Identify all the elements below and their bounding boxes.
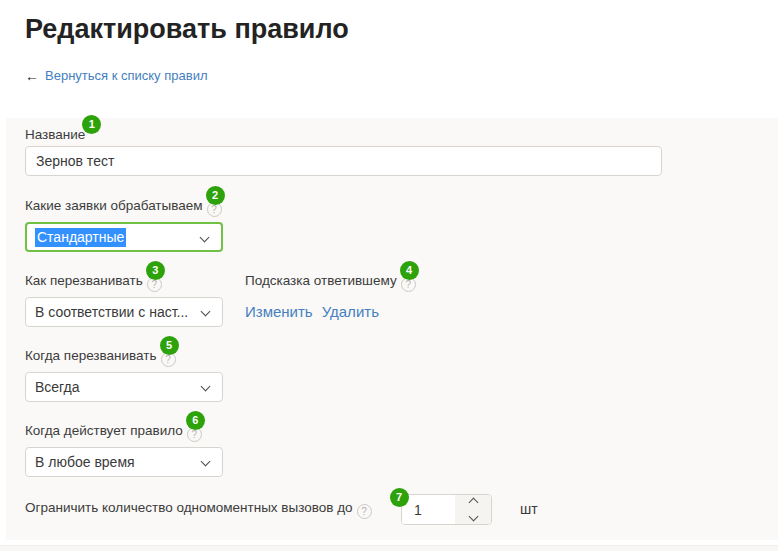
name-label-row: Название1	[25, 126, 101, 143]
spinner-up-button[interactable]	[468, 494, 479, 508]
chevron-down-icon	[468, 512, 478, 522]
chevron-down-icon	[201, 307, 211, 317]
limit-number-input	[401, 494, 492, 525]
back-arrow-icon: ←	[25, 69, 39, 83]
step-badge-2: 2	[206, 186, 225, 205]
back-to-rules-link[interactable]: ← Вернуться к списку правил	[25, 68, 208, 83]
step-badge-4: 4	[400, 261, 419, 280]
requests-select[interactable]: Стандартные	[25, 222, 223, 252]
requests-select-value: Стандартные	[35, 228, 126, 247]
requests-label: Какие заявки обрабатываем	[25, 198, 203, 213]
name-input[interactable]	[25, 146, 662, 176]
when-call-select[interactable]: Всегда	[25, 372, 223, 402]
back-link-label: Вернуться к списку правил	[45, 68, 208, 83]
requests-label-row: Какие заявки обрабатываем?2	[25, 197, 225, 214]
how-call-select-value: В соответствии с наст...	[35, 304, 188, 320]
name-label: Название	[25, 127, 85, 142]
chevron-down-icon	[201, 382, 211, 392]
when-rule-label-row: Когда действует правило?6	[25, 422, 205, 439]
chevron-down-icon	[201, 457, 211, 467]
hint-edit-link[interactable]: Изменить	[245, 303, 313, 320]
when-rule-label: Когда действует правило	[25, 423, 183, 438]
when-call-label: Когда перезванивать	[25, 348, 157, 363]
spinner-down-button[interactable]	[468, 511, 479, 525]
when-rule-select-value: В любое время	[35, 454, 135, 470]
limit-unit-label: шт	[520, 501, 538, 517]
hint-links-row: Изменить Удалить	[245, 303, 379, 320]
step-badge-5: 5	[160, 336, 179, 355]
next-section-strip	[0, 545, 778, 551]
hint-delete-link[interactable]: Удалить	[322, 303, 379, 320]
chevron-up-icon	[468, 498, 478, 508]
step-badge-1: 1	[82, 115, 101, 134]
how-call-select[interactable]: В соответствии с наст...	[25, 297, 223, 327]
limit-spinner	[455, 495, 491, 524]
limit-help-icon[interactable]: ?	[357, 504, 372, 519]
page-title: Редактировать правило	[25, 14, 349, 45]
step-badge-7: 7	[390, 488, 409, 507]
how-call-label-row: Как перезванивать?3	[25, 272, 165, 289]
when-rule-select[interactable]: В любое время	[25, 447, 223, 477]
when-call-label-row: Когда перезванивать?5	[25, 347, 179, 364]
limit-label: Ограничить количество одномоментных вызо…	[25, 500, 353, 515]
hint-label-row: Подсказка ответившему?4	[245, 272, 419, 289]
limit-label-row: Ограничить количество одномоментных вызо…	[25, 499, 409, 516]
hint-label: Подсказка ответившему	[245, 273, 397, 288]
step-badge-3: 3	[146, 261, 165, 280]
limit-value-field[interactable]	[402, 495, 455, 524]
how-call-label: Как перезванивать	[25, 273, 143, 288]
chevron-down-icon	[200, 233, 210, 243]
when-call-select-value: Всегда	[35, 379, 80, 395]
step-badge-6: 6	[186, 411, 205, 430]
